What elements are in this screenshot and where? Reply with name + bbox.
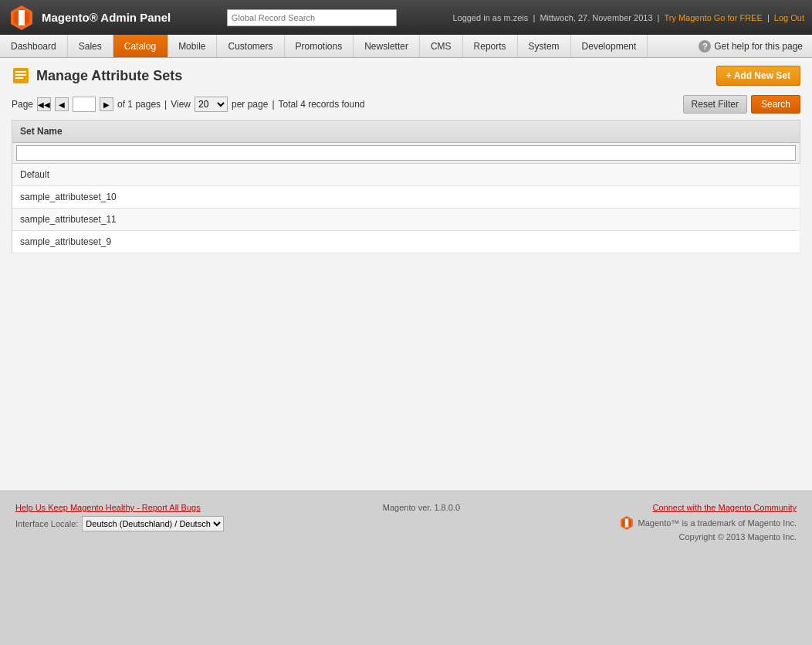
view-label: View — [171, 99, 191, 110]
next-page-button[interactable]: ▶ — [100, 97, 113, 111]
try-magento-link[interactable]: Try Magento Go for FREE — [664, 13, 762, 22]
copyright-text: Copyright © 2013 Magento Inc. — [619, 532, 797, 541]
table-row[interactable]: sample_attributeset_9 — [12, 231, 800, 253]
set-name-cell: sample_attributeset_9 — [12, 231, 800, 253]
trademark-text: Magento™ is a trademark of Magento Inc. — [638, 518, 797, 528]
page-heading: Manage Attribute Sets + Add New Set — [12, 66, 800, 86]
svg-rect-12 — [627, 518, 628, 527]
header-search-area — [227, 9, 397, 26]
nav-item-development[interactable]: Development — [571, 35, 648, 57]
set-name-filter-cell — [12, 143, 800, 164]
global-search-input[interactable] — [227, 9, 397, 26]
svg-rect-11 — [624, 518, 626, 527]
table-row[interactable]: Default — [12, 164, 800, 186]
set-name-cell: sample_attributeset_11 — [12, 209, 800, 231]
nav-item-customers[interactable]: Customers — [217, 35, 284, 57]
add-new-set-button[interactable]: + Add New Set — [716, 66, 800, 86]
table-header-row: Set Name — [12, 121, 800, 143]
locale-select[interactable]: Deutsch (Deutschland) / Deutsch English … — [82, 516, 224, 531]
set-name-cell: sample_attributeset_10 — [12, 186, 800, 209]
footer-trademark-area: Magento™ is a trademark of Magento Inc. — [619, 515, 797, 531]
nav-item-system[interactable]: System — [518, 35, 571, 57]
community-link[interactable]: Connect with the Magento Community — [619, 503, 797, 512]
svg-rect-7 — [15, 74, 26, 76]
footer-top: Help Us Keep Magento Healthy - Report Al… — [15, 503, 797, 541]
reset-filter-button[interactable]: Reset Filter — [683, 95, 747, 114]
nav-item-cms[interactable]: CMS — [420, 35, 463, 57]
footer: Help Us Keep Magento Healthy - Report Al… — [0, 491, 812, 557]
svg-rect-8 — [15, 77, 23, 79]
total-records-label: Total 4 records found — [279, 99, 365, 110]
pagination-bar: Page ◀◀ ◀ 1 ▶ of 1 pages | View 20 30 50… — [12, 95, 800, 114]
header: Magento® Admin Panel Logged in as m.zeis… — [0, 0, 812, 35]
report-bugs-link[interactable]: Help Us Keep Magento Healthy - Report Al… — [15, 503, 201, 512]
separator-2: | — [272, 99, 274, 110]
svg-rect-6 — [15, 71, 26, 73]
magento-logo-icon — [8, 4, 36, 32]
set-name-cell: Default — [12, 164, 800, 186]
table-row[interactable]: sample_attributeset_11 — [12, 209, 800, 231]
header-right: Logged in as m.zeis | Mittwoch, 27. Nove… — [452, 13, 804, 22]
help-label: Get help for this page — [714, 41, 803, 52]
pagination-left: Page ◀◀ ◀ 1 ▶ of 1 pages | View 20 30 50… — [12, 97, 365, 112]
prev-page-button[interactable]: ◀ — [55, 97, 69, 111]
table-filter-row — [12, 143, 800, 164]
page-title: Manage Attribute Sets — [36, 68, 182, 84]
nav-item-catalog[interactable]: Catalog — [113, 35, 167, 57]
header-info-text: Logged in as m.zeis | Mittwoch, 27. Nove… — [452, 13, 804, 22]
pagination-right: Reset Filter Search — [683, 95, 800, 114]
table-row[interactable]: sample_attributeset_10 — [12, 186, 800, 209]
nav-item-sales[interactable]: Sales — [68, 35, 113, 57]
magento-footer-icon — [619, 515, 634, 531]
of-pages-label: of 1 pages — [117, 99, 161, 110]
page-label: Page — [12, 99, 33, 110]
nav-item-promotions[interactable]: Promotions — [285, 35, 354, 57]
footer-right: Connect with the Magento Community Magen… — [619, 503, 797, 541]
attribute-sets-table: Set Name Defaultsample_attributeset_10sa… — [12, 120, 800, 253]
page-number-input[interactable]: 1 — [73, 97, 96, 112]
per-page-select[interactable]: 20 30 50 100 200 — [195, 97, 228, 112]
set-name-filter-input[interactable] — [16, 145, 796, 161]
question-icon: ? — [699, 40, 711, 53]
search-button[interactable]: Search — [751, 95, 800, 114]
footer-version: Magento ver. 1.8.0.0 — [383, 503, 460, 512]
separator-1: | — [164, 99, 167, 110]
locale-label: Interface Locale: — [15, 519, 78, 528]
set-name-column-header: Set Name — [12, 121, 800, 143]
nav-item-reports[interactable]: Reports — [463, 35, 518, 57]
main-content: Manage Attribute Sets + Add New Set Page… — [0, 58, 812, 491]
help-link[interactable]: ? Get help for this page — [689, 35, 812, 57]
nav-item-dashboard[interactable]: Dashboard — [0, 35, 68, 57]
table-body: Defaultsample_attributeset_10sample_attr… — [12, 164, 800, 253]
logo-text: Magento® Admin Panel — [42, 11, 171, 24]
logo-area: Magento® Admin Panel — [8, 4, 171, 32]
page-title-area: Manage Attribute Sets — [12, 66, 182, 85]
nav-item-newsletter[interactable]: Newsletter — [354, 35, 420, 57]
attribute-sets-icon — [12, 66, 30, 85]
per-page-label: per page — [232, 99, 268, 110]
main-navigation: Dashboard Sales Catalog Mobile Customers… — [0, 35, 812, 58]
first-page-button[interactable]: ◀◀ — [37, 97, 51, 111]
nav-item-mobile[interactable]: Mobile — [167, 35, 217, 57]
locale-area: Interface Locale: Deutsch (Deutschland) … — [15, 516, 224, 531]
footer-left: Help Us Keep Magento Healthy - Report Al… — [15, 503, 224, 531]
logout-link[interactable]: Log Out — [774, 13, 804, 22]
